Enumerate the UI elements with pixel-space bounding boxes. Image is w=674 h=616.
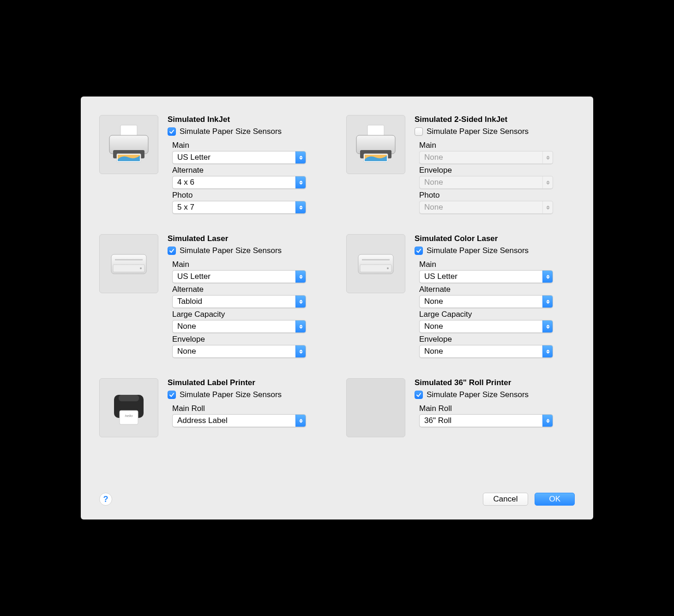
svg-rect-19 bbox=[119, 395, 139, 401]
printer-section-roll: Simulated 36" Roll Printer Simulate Pape… bbox=[346, 378, 575, 437]
svg-point-17 bbox=[387, 267, 389, 269]
paper-size-popup: None bbox=[419, 201, 553, 214]
popup-value: None bbox=[424, 322, 443, 331]
popup-value: None bbox=[424, 297, 443, 306]
field-label: Envelope bbox=[419, 166, 575, 175]
simulate-sensors-checkbox[interactable] bbox=[415, 127, 423, 136]
paper-size-popup[interactable]: 4 x 6 bbox=[172, 176, 306, 189]
svg-text:hello: hello bbox=[125, 414, 133, 418]
popup-arrows-icon bbox=[295, 151, 306, 163]
field-label: Photo bbox=[172, 191, 328, 200]
popup-value: None bbox=[424, 347, 443, 356]
simulate-sensors-checkbox[interactable] bbox=[415, 247, 423, 255]
popup-value: 4 x 6 bbox=[177, 178, 194, 187]
paper-size-popup[interactable]: US Letter bbox=[172, 270, 306, 283]
svg-point-13 bbox=[140, 267, 142, 269]
field-label: Large Capacity bbox=[419, 310, 575, 319]
checkbox-label: Simulate Paper Size Sensors bbox=[427, 127, 529, 136]
popup-arrows-icon bbox=[295, 176, 306, 188]
field-label: Photo bbox=[419, 191, 575, 200]
paper-size-popup[interactable]: US Letter bbox=[172, 151, 306, 164]
popup-arrows-icon bbox=[295, 345, 306, 357]
field-label: Main bbox=[419, 141, 575, 150]
popup-value: None bbox=[177, 347, 196, 356]
svg-rect-12 bbox=[113, 265, 144, 272]
checkbox-label: Simulate Paper Size Sensors bbox=[427, 246, 529, 255]
field-label: Main bbox=[419, 260, 575, 269]
popup-arrows-icon bbox=[542, 415, 553, 427]
popup-arrows-icon bbox=[542, 176, 553, 188]
popup-value: US Letter bbox=[424, 272, 457, 281]
printer-icon bbox=[346, 115, 405, 174]
printer-icon: hello bbox=[99, 378, 158, 437]
printer-title: Simulated Color Laser bbox=[415, 234, 575, 243]
popup-value: Address Label bbox=[177, 416, 228, 425]
field-label: Large Capacity bbox=[172, 310, 328, 319]
popup-value: US Letter bbox=[177, 153, 211, 162]
field-label: Main Roll bbox=[172, 404, 328, 413]
paper-size-popup[interactable]: 36" Roll bbox=[419, 414, 553, 427]
printer-section-colorlaser: Simulated Color Laser Simulate Paper Siz… bbox=[346, 234, 575, 360]
field-label: Main bbox=[172, 141, 328, 150]
field-label: Envelope bbox=[172, 335, 328, 344]
checkbox-label: Simulate Paper Size Sensors bbox=[180, 127, 282, 136]
popup-value: None bbox=[177, 322, 196, 331]
paper-size-popup[interactable]: None bbox=[172, 345, 306, 358]
popup-value: None bbox=[424, 178, 443, 187]
printer-icon bbox=[346, 234, 405, 293]
field-label: Alternate bbox=[172, 166, 328, 175]
popup-arrows-icon bbox=[295, 271, 306, 283]
paper-size-popup[interactable]: None bbox=[419, 320, 553, 333]
printer-section-label: hello Simulated Label Printer Simulate P… bbox=[99, 378, 328, 437]
printer-simulator-dialog: Simulated InkJet Simulate Paper Size Sen… bbox=[81, 97, 593, 519]
svg-rect-15 bbox=[362, 259, 390, 260]
popup-value: US Letter bbox=[177, 272, 211, 281]
paper-size-popup: None bbox=[419, 151, 553, 164]
popup-value: None bbox=[424, 203, 443, 212]
popup-value: Tabloid bbox=[177, 297, 202, 306]
paper-size-popup[interactable]: Tabloid bbox=[172, 295, 306, 308]
field-label: Main Roll bbox=[419, 404, 575, 413]
simulate-sensors-checkbox[interactable] bbox=[168, 391, 176, 399]
popup-value: 5 x 7 bbox=[177, 203, 194, 212]
popup-arrows-icon bbox=[542, 320, 553, 332]
paper-size-popup: None bbox=[419, 176, 553, 189]
popup-value: None bbox=[424, 153, 443, 162]
simulate-sensors-checkbox[interactable] bbox=[168, 127, 176, 136]
printer-title: Simulated 2-Sided InkJet bbox=[415, 115, 575, 124]
ok-button[interactable]: OK bbox=[535, 493, 575, 506]
popup-arrows-icon bbox=[295, 415, 306, 427]
checkbox-label: Simulate Paper Size Sensors bbox=[180, 390, 282, 399]
field-label: Main bbox=[172, 260, 328, 269]
popup-arrows-icon bbox=[295, 296, 306, 308]
popup-arrows-icon bbox=[295, 201, 306, 213]
paper-size-popup[interactable]: None bbox=[419, 295, 553, 308]
paper-size-popup[interactable]: US Letter bbox=[419, 270, 553, 283]
printer-title: Simulated InkJet bbox=[168, 115, 328, 124]
printer-icon bbox=[346, 378, 405, 437]
checkbox-label: Simulate Paper Size Sensors bbox=[427, 390, 529, 399]
cancel-button[interactable]: Cancel bbox=[483, 493, 529, 506]
paper-size-popup[interactable]: None bbox=[419, 345, 553, 358]
paper-size-popup[interactable]: 5 x 7 bbox=[172, 201, 306, 214]
simulate-sensors-checkbox[interactable] bbox=[168, 247, 176, 255]
printer-title: Simulated Laser bbox=[168, 234, 328, 243]
paper-size-popup[interactable]: Address Label bbox=[172, 414, 306, 427]
field-label: Envelope bbox=[419, 335, 575, 344]
field-label: Alternate bbox=[172, 285, 328, 294]
popup-arrows-icon bbox=[542, 201, 553, 213]
printer-title: Simulated 36" Roll Printer bbox=[415, 378, 575, 387]
paper-size-popup[interactable]: None bbox=[172, 320, 306, 333]
printer-title: Simulated Label Printer bbox=[168, 378, 328, 387]
printer-section-inkjet: Simulated InkJet Simulate Paper Size Sen… bbox=[99, 115, 328, 216]
svg-rect-11 bbox=[115, 259, 143, 260]
printer-icon bbox=[99, 234, 158, 293]
popup-arrows-icon bbox=[295, 320, 306, 332]
printer-section-laser: Simulated Laser Simulate Paper Size Sens… bbox=[99, 234, 328, 360]
popup-arrows-icon bbox=[542, 296, 553, 308]
popup-arrows-icon bbox=[542, 151, 553, 163]
popup-arrows-icon bbox=[542, 345, 553, 357]
help-button[interactable]: ? bbox=[99, 493, 112, 506]
svg-rect-16 bbox=[360, 265, 391, 272]
simulate-sensors-checkbox[interactable] bbox=[415, 391, 423, 399]
